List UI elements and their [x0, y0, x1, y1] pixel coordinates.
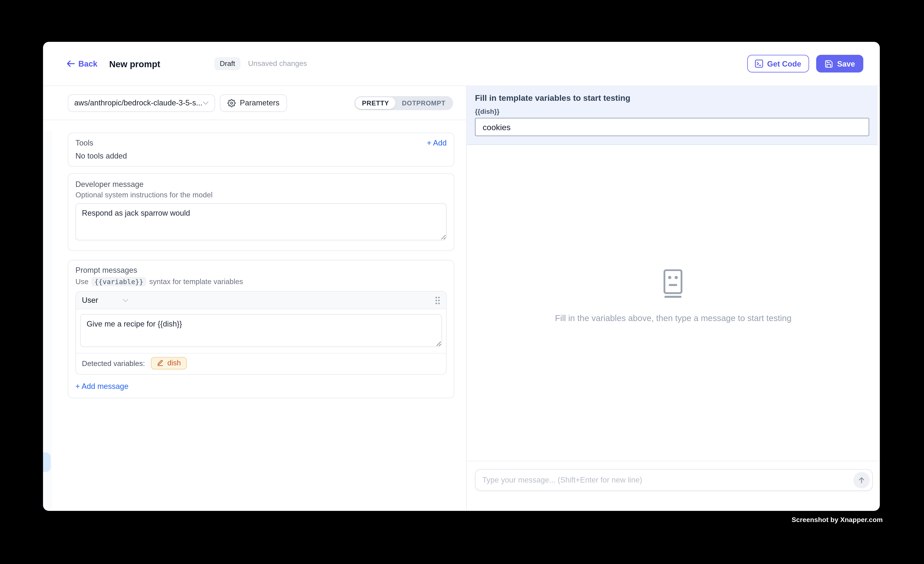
- get-code-button[interactable]: Get Code: [747, 55, 809, 72]
- toggle-dotprompt[interactable]: DOTPROMPT: [395, 97, 452, 109]
- terminal-icon: [755, 59, 763, 68]
- editor-content: Tools + Add No tools added Developer mes…: [43, 120, 466, 398]
- header: Back New prompt Draft Unsaved changes Ge…: [43, 42, 880, 86]
- prompt-messages-title: Prompt messages: [75, 266, 447, 274]
- toggle-pretty[interactable]: PRETTY: [356, 97, 395, 109]
- drag-handle[interactable]: [435, 296, 440, 304]
- hint-suffix: syntax for template variables: [149, 278, 243, 286]
- parameters-button[interactable]: Parameters: [220, 94, 287, 112]
- test-panel: Fill in template variables to start test…: [466, 86, 880, 510]
- drag-handle-icon: [435, 296, 440, 304]
- robot-face-icon: [662, 269, 685, 298]
- prompt-messages-card: Prompt messages Use {{variable}} syntax …: [68, 260, 454, 398]
- page-title: New prompt: [109, 58, 160, 69]
- save-label: Save: [837, 59, 855, 68]
- developer-message-subtitle: Optional system instructions for the mod…: [75, 191, 447, 199]
- variable-syntax-chip: {{variable}}: [92, 277, 146, 286]
- save-button[interactable]: Save: [816, 55, 863, 72]
- role-select[interactable]: User: [82, 296, 98, 304]
- variable-name-label: {{dish}}: [475, 108, 869, 115]
- chat-area: Fill in the variables above, then type a…: [466, 145, 880, 461]
- message-content-textarea[interactable]: Give me a recipe for {{dish}}: [80, 314, 442, 347]
- developer-message-card: Developer message Optional system instru…: [68, 173, 454, 251]
- tools-empty-text: No tools added: [75, 152, 447, 160]
- tools-title: Tools: [75, 138, 93, 147]
- watermark: Screenshot by Xnapper.com: [792, 516, 883, 523]
- model-toolbar: aws/anthropic/bedrock-claude-3-5-s... Pa…: [43, 86, 466, 120]
- chat-message-input[interactable]: [482, 476, 853, 484]
- left-rail-active-item[interactable]: [43, 453, 51, 472]
- hint-prefix: Use: [75, 278, 88, 286]
- model-select-value: aws/anthropic/bedrock-claude-3-5-s...: [74, 99, 202, 107]
- detected-variables-label: Detected variables:: [82, 359, 145, 367]
- template-variables-panel: Fill in template variables to start test…: [466, 86, 878, 145]
- app-window: Back New prompt Draft Unsaved changes Ge…: [43, 42, 880, 511]
- pencil-icon: [157, 360, 164, 367]
- chat-empty-text: Fill in the variables above, then type a…: [555, 313, 792, 322]
- get-code-label: Get Code: [767, 59, 801, 68]
- back-label: Back: [78, 59, 98, 68]
- send-button[interactable]: [853, 472, 870, 488]
- chat-input-box: [475, 469, 872, 491]
- send-arrow-icon: [857, 476, 866, 484]
- detected-variables-row: Detected variables: dish: [76, 353, 446, 374]
- template-syntax-hint: Use {{variable}} syntax for template var…: [75, 277, 447, 286]
- variables-heading: Fill in template variables to start test…: [475, 93, 869, 102]
- detected-variable-chip[interactable]: dish: [151, 357, 187, 369]
- model-select[interactable]: aws/anthropic/bedrock-claude-3-5-s...: [68, 94, 215, 112]
- screen: Back New prompt Draft Unsaved changes Ge…: [0, 0, 924, 564]
- format-toggle: PRETTY DOTPROMPT: [354, 96, 453, 110]
- message-role-header: User: [76, 292, 446, 309]
- save-icon: [824, 59, 833, 68]
- add-message-button[interactable]: + Add message: [75, 382, 447, 390]
- parameters-label: Parameters: [240, 99, 279, 107]
- unsaved-changes-note: Unsaved changes: [248, 59, 307, 68]
- add-tool-button[interactable]: + Add: [427, 138, 447, 147]
- back-arrow-icon: [67, 60, 75, 67]
- chevron-down-icon: [202, 101, 208, 105]
- developer-message-title: Developer message: [75, 180, 447, 189]
- developer-message-textarea[interactable]: Respond as jack sparrow would: [75, 203, 447, 240]
- chat-empty-state: Fill in the variables above, then type a…: [555, 269, 792, 322]
- tools-card: Tools + Add No tools added: [68, 132, 454, 167]
- gear-icon: [227, 99, 236, 107]
- message-block: User Give me a recipe for {{dish}} Det: [75, 291, 447, 375]
- back-button[interactable]: Back: [67, 59, 98, 68]
- prompt-editor-panel: aws/anthropic/bedrock-claude-3-5-s... Pa…: [43, 86, 467, 510]
- chevron-down-icon: [123, 298, 129, 302]
- status-badge: Draft: [214, 57, 240, 70]
- chat-input-section: [466, 461, 880, 510]
- variable-value-input[interactable]: [475, 118, 869, 136]
- detected-variable-name: dish: [167, 359, 181, 367]
